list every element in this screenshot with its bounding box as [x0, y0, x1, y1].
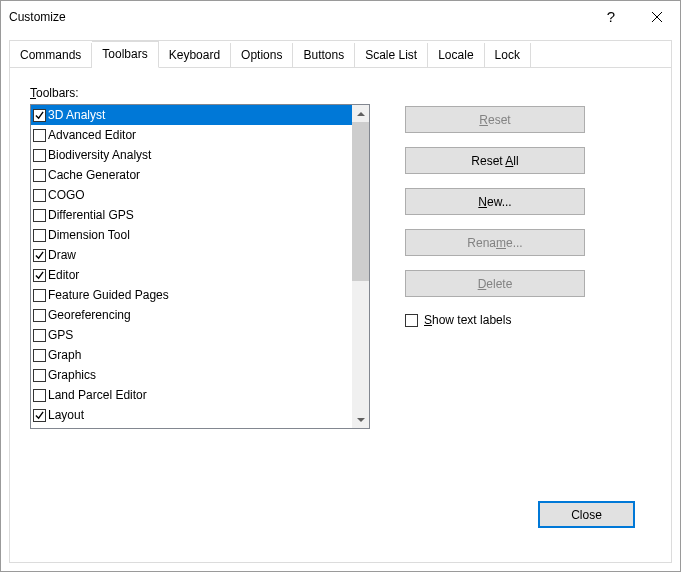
tab-keyboard[interactable]: Keyboard: [159, 43, 231, 68]
checkbox-icon[interactable]: [33, 249, 46, 262]
checkbox-icon[interactable]: [33, 349, 46, 362]
tab-buttons[interactable]: Buttons: [293, 43, 355, 68]
window-close-button[interactable]: [634, 1, 680, 32]
list-item[interactable]: 3D Analyst: [31, 105, 352, 125]
list-item[interactable]: GPS: [31, 325, 352, 345]
chevron-down-icon: [357, 418, 365, 422]
list-item[interactable]: Georeferencing: [31, 305, 352, 325]
dialog-footer: Close: [30, 483, 651, 542]
item-label: Georeferencing: [48, 308, 131, 322]
list-item[interactable]: Land Parcel Editor: [31, 385, 352, 405]
checkbox-icon[interactable]: [33, 169, 46, 182]
item-label: Advanced Editor: [48, 128, 136, 142]
title-controls: ?: [588, 1, 680, 32]
new-button[interactable]: New...: [405, 188, 585, 215]
list-item[interactable]: Layout: [31, 405, 352, 425]
item-label: Differential GPS: [48, 208, 134, 222]
checkbox-icon[interactable]: [33, 309, 46, 322]
dialog-inner-frame: Commands Toolbars Keyboard Options Butto…: [9, 40, 672, 563]
reset-button[interactable]: Reset: [405, 106, 585, 133]
customize-dialog: Customize ? Commands Toolbars Keyboard O…: [0, 0, 681, 572]
checkbox-icon[interactable]: [33, 229, 46, 242]
list-item[interactable]: Graphics: [31, 365, 352, 385]
panel-columns: 3D AnalystAdvanced EditorBiodiversity An…: [30, 104, 651, 483]
item-label: Cache Generator: [48, 168, 140, 182]
list-items-container: 3D AnalystAdvanced EditorBiodiversity An…: [31, 105, 352, 428]
list-item[interactable]: Advanced Editor: [31, 125, 352, 145]
checkbox-icon[interactable]: [33, 209, 46, 222]
scrollbar[interactable]: [352, 105, 369, 428]
list-item[interactable]: Draw: [31, 245, 352, 265]
checkbox-icon[interactable]: [33, 189, 46, 202]
tab-locale[interactable]: Locale: [428, 43, 484, 68]
item-label: Layout: [48, 408, 84, 422]
checkbox-icon[interactable]: [33, 409, 46, 422]
list-item[interactable]: Cache Generator: [31, 165, 352, 185]
chevron-up-icon: [357, 112, 365, 116]
scroll-up-arrow[interactable]: [352, 105, 369, 122]
dialog-content: Commands Toolbars Keyboard Options Butto…: [1, 32, 680, 571]
item-label: GPS: [48, 328, 73, 342]
item-label: Graphics: [48, 368, 96, 382]
scroll-track[interactable]: [352, 122, 369, 411]
item-label: Feature Guided Pages: [48, 288, 169, 302]
checkbox-icon[interactable]: [33, 129, 46, 142]
delete-button[interactable]: Delete: [405, 270, 585, 297]
list-item[interactable]: COGO: [31, 185, 352, 205]
checkbox-icon[interactable]: [33, 269, 46, 282]
checkbox-icon[interactable]: [33, 369, 46, 382]
tab-options[interactable]: Options: [231, 43, 293, 68]
item-label: Draw: [48, 248, 76, 262]
item-label: Biodiversity Analyst: [48, 148, 151, 162]
close-button[interactable]: Close: [538, 501, 635, 528]
item-label: Dimension Tool: [48, 228, 130, 242]
show-text-labels-label: Show text labels: [424, 313, 511, 327]
toolbars-label: Toolbars:: [30, 86, 651, 100]
checkbox-icon[interactable]: [33, 389, 46, 402]
list-item[interactable]: Editor: [31, 265, 352, 285]
right-column: Reset Reset All New... Rename... Delete …: [405, 104, 651, 483]
item-label: Land Parcel Editor: [48, 388, 147, 402]
scroll-down-arrow[interactable]: [352, 411, 369, 428]
window-title: Customize: [1, 10, 66, 24]
tab-toolbars[interactable]: Toolbars: [92, 41, 158, 68]
toolbars-listbox[interactable]: 3D AnalystAdvanced EditorBiodiversity An…: [30, 104, 370, 429]
checkbox-icon[interactable]: [33, 149, 46, 162]
titlebar: Customize ?: [1, 1, 680, 32]
close-icon: [652, 12, 662, 22]
list-item[interactable]: Dimension Tool: [31, 225, 352, 245]
left-column: 3D AnalystAdvanced EditorBiodiversity An…: [30, 104, 370, 483]
list-item[interactable]: Differential GPS: [31, 205, 352, 225]
rename-button[interactable]: Rename...: [405, 229, 585, 256]
item-label: COGO: [48, 188, 85, 202]
list-item[interactable]: Biodiversity Analyst: [31, 145, 352, 165]
list-item[interactable]: Graph: [31, 345, 352, 365]
help-button[interactable]: ?: [588, 1, 634, 32]
item-label: Graph: [48, 348, 81, 362]
show-text-labels-checkbox[interactable]: Show text labels: [405, 313, 651, 327]
tab-scale-list[interactable]: Scale List: [355, 43, 428, 68]
checkbox-icon[interactable]: [33, 109, 46, 122]
item-label: 3D Analyst: [48, 108, 105, 122]
checkbox-icon[interactable]: [33, 329, 46, 342]
scroll-thumb[interactable]: [352, 122, 369, 281]
item-label: Editor: [48, 268, 79, 282]
toolbars-panel: Toolbars: 3D AnalystAdvanced EditorBiodi…: [10, 68, 671, 562]
tabstrip: Commands Toolbars Keyboard Options Butto…: [10, 41, 671, 68]
tab-lock[interactable]: Lock: [485, 43, 531, 68]
tab-commands[interactable]: Commands: [10, 43, 92, 68]
reset-all-button[interactable]: Reset All: [405, 147, 585, 174]
checkbox-icon: [405, 314, 418, 327]
checkbox-icon[interactable]: [33, 289, 46, 302]
list-item[interactable]: Feature Guided Pages: [31, 285, 352, 305]
